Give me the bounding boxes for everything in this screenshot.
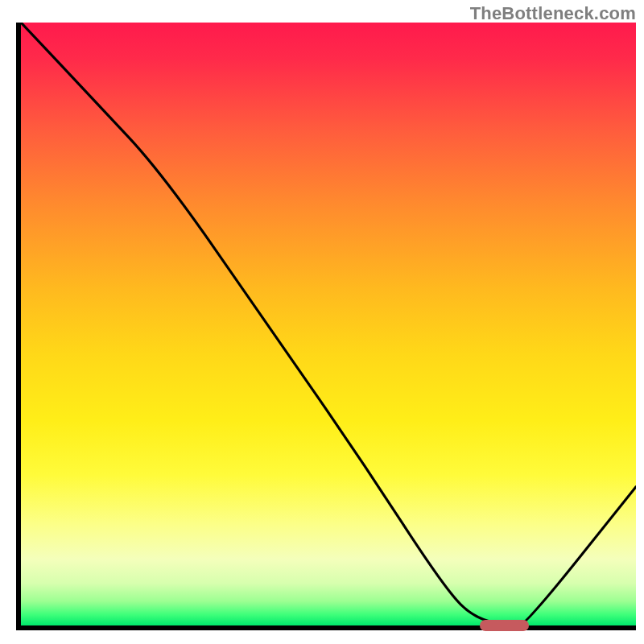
watermark-text: TheBottleneck.com bbox=[470, 3, 636, 24]
bottleneck-curve bbox=[21, 23, 636, 625]
plot-area bbox=[16, 23, 636, 630]
curve-svg bbox=[21, 23, 636, 625]
optimal-range-marker bbox=[480, 620, 530, 631]
chart-container: TheBottleneck.com bbox=[0, 0, 644, 644]
